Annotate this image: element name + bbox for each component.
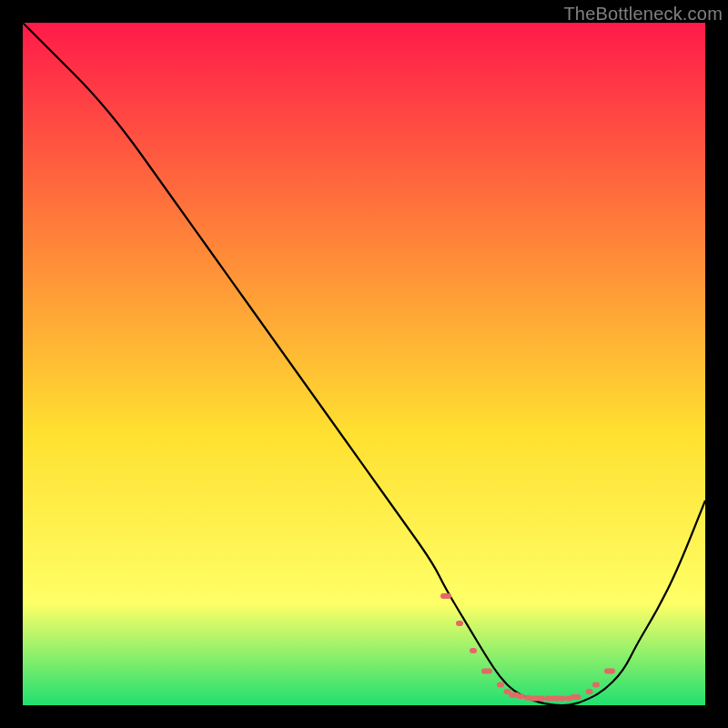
highlight-marker [470,648,477,653]
chart-svg [23,23,705,705]
highlight-marker [440,593,451,599]
highlight-marker [592,682,600,688]
highlight-marker [456,621,463,626]
highlight-marker [538,696,545,702]
watermark-text: TheBottleneck.com [563,4,723,25]
highlight-marker [604,669,615,674]
highlight-marker [571,694,581,700]
chart-container: TheBottleneck.com [0,0,728,728]
gradient-background [23,23,705,705]
highlight-marker [586,689,593,694]
highlight-marker [559,696,566,702]
highlight-marker [518,693,525,699]
plot-area [23,23,705,705]
highlight-marker [481,669,492,674]
highlight-marker [497,682,504,688]
